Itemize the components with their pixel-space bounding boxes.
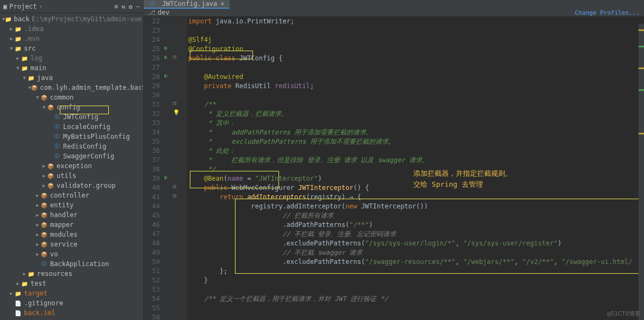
project-sidebar: ▣ Project ▾ ⊕ ⇆ ✿ — ▼📁backE:\myProject\m… (0, 0, 144, 320)
project-tree[interactable]: ▼📁backE:\myProject\myGit\admin-vue-templ… (0, 13, 143, 320)
project-label: Project (9, 3, 37, 10)
tree-item[interactable]: ▼📁java (0, 73, 143, 83)
tree-item[interactable]: ▶📦entity (0, 200, 143, 210)
gutter-collapse-icon[interactable]: ⊟ (173, 100, 181, 108)
annotation-line1: 添加拦截器，并指定拦截规则。 (413, 169, 512, 179)
tree-item[interactable]: ▶📁log (0, 53, 143, 63)
gutter: 2223242526272829303132333435363738394041… (144, 17, 187, 320)
java-file-icon: Ⓒ (149, 0, 157, 8)
tree-item[interactable]: 📄HELP.md (0, 318, 143, 320)
tree-item[interactable]: ▶📦utils (0, 171, 143, 181)
watermark: @51CTO博客 (607, 310, 641, 318)
branch-icon: ⎇ (148, 9, 156, 16)
gutter-icons: ◐ ◐ ⊟ ◐ ⊟ 💡 ◐ ⊟ ⊟ (163, 17, 187, 320)
tab-bar: Ⓒ JWTConfig.java × (144, 0, 644, 9)
tree-item[interactable]: ▶📦controller (0, 190, 143, 200)
hide-icon[interactable]: — (136, 3, 140, 10)
tree-item[interactable]: ⒸMyBatisPlusConfig (0, 132, 143, 141)
branch-name: dev (158, 9, 170, 16)
tree-item[interactable]: ▶📦vo (0, 249, 143, 259)
tree-item[interactable]: ⒸLocaleConfig (0, 122, 143, 132)
tree-item[interactable]: ▶📁.mvn (0, 34, 143, 44)
tab-name: JWTConfig.java (162, 0, 217, 8)
highlight-bean (190, 171, 279, 188)
tree-item[interactable]: ▶📦validator.group (0, 181, 143, 190)
tree-item[interactable]: ▶📦mapper (0, 220, 143, 230)
tree-item[interactable]: ▶📁target (0, 288, 143, 298)
tree-item[interactable]: ⒸRedisConfig (0, 141, 143, 151)
tree-item[interactable]: ▼📁main (0, 63, 143, 73)
annotation-line2: 交给 Spring 去管理 (413, 180, 483, 189)
highlight-configuration (190, 51, 253, 59)
tree-item[interactable]: ▼📁src (0, 44, 143, 53)
sidebar-tools: ⊕ ⇆ ✿ — (114, 3, 140, 10)
tree-item[interactable]: 📄.gitignore (0, 298, 143, 308)
tree-item[interactable]: ⒸSwaggerConfig (0, 151, 143, 161)
gear-icon[interactable]: ✿ (129, 3, 133, 10)
tree-item[interactable]: ▼📦common (0, 93, 143, 102)
branch-bar: ⎇ dev Change Profiles... (144, 9, 644, 17)
warning-marker[interactable] (639, 133, 644, 134)
editor-scrollbar[interactable] (639, 24, 644, 320)
highlight-jwtconfig-tree (60, 106, 109, 114)
spring-bean-icon[interactable]: ◐ (164, 72, 172, 80)
tree-item[interactable]: ▼📦com.lyh.admin_template.back (0, 83, 143, 93)
gutter-collapse-icon[interactable]: ⊟ (173, 183, 181, 191)
highlight-interceptor-block (235, 199, 640, 274)
close-icon[interactable]: × (220, 0, 224, 8)
gutter-collapse-icon[interactable]: ⊟ (173, 54, 181, 61)
gutter-collapse-icon[interactable]: ⊟ (173, 193, 181, 200)
tree-item[interactable]: 📄back.iml (0, 308, 143, 318)
tree-item[interactable]: ▶📦service (0, 239, 143, 249)
tree-item[interactable]: ▼📁backE:\myProject\myGit\admin-vue-templ… (0, 14, 143, 24)
change-marker[interactable] (639, 89, 644, 91)
change-marker[interactable] (639, 46, 644, 47)
sidebar-title[interactable]: ▣ Project ▾ (3, 3, 43, 10)
project-icon: ▣ (3, 3, 7, 10)
spring-bean-icon[interactable]: ◐ (164, 174, 172, 182)
editor-tab-jwtconfig[interactable]: Ⓒ JWTConfig.java × (144, 0, 230, 9)
intention-bulb-icon[interactable]: 💡 (173, 109, 181, 117)
warning-marker[interactable] (639, 67, 644, 69)
warning-marker[interactable] (639, 29, 644, 31)
tree-item[interactable]: ▶📦exception (0, 161, 143, 171)
target-icon[interactable]: ⊕ (114, 3, 118, 10)
collapse-icon[interactable]: ⇆ (121, 3, 125, 10)
spring-bean-icon[interactable]: ◐ (164, 54, 172, 61)
tree-item[interactable]: ▶📦modules (0, 230, 143, 239)
spring-bean-icon[interactable]: ◐ (164, 45, 172, 52)
git-branch[interactable]: ⎇ dev (148, 9, 170, 16)
tree-item[interactable]: ▶📁.idea (0, 24, 143, 34)
tree-item[interactable]: ▶📁resources (0, 269, 143, 279)
change-profiles-link[interactable]: Change Profiles... (575, 9, 640, 16)
sidebar-header: ▣ Project ▾ ⊕ ⇆ ✿ — (0, 0, 143, 13)
code-area: 2223242526272829303132333435363738394041… (144, 17, 644, 320)
tree-item[interactable]: ▶📁test (0, 279, 143, 288)
line-numbers: 2223242526272829303132333435363738394041… (144, 17, 163, 320)
tree-item[interactable]: ⒸBackApplication (0, 259, 143, 269)
tree-item[interactable]: ▶📦handler (0, 210, 143, 220)
